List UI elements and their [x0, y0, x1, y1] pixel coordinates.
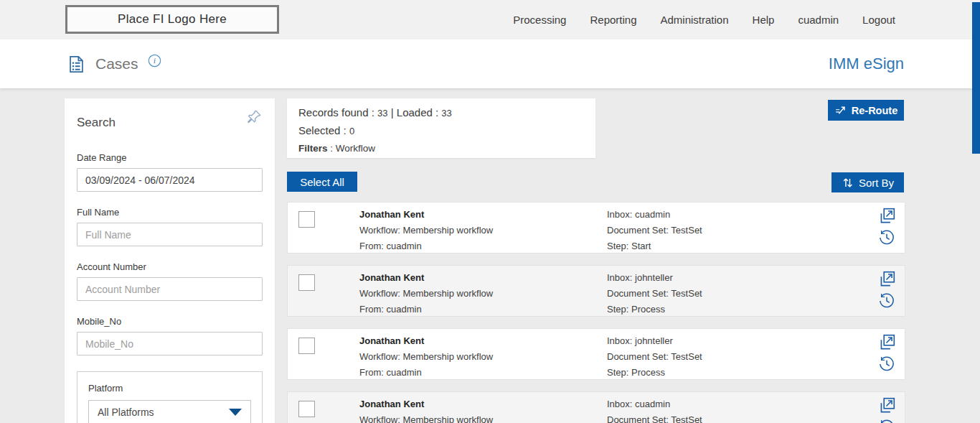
case-checkbox[interactable]	[298, 338, 315, 354]
case-workflow: Workflow: Membership workflow	[359, 412, 493, 423]
open-case-external-link-icon[interactable]	[877, 207, 896, 226]
case-workflow: Workflow: Membership workflow	[359, 223, 493, 238]
case-row: Jonathan Kent Workflow: Membership workf…	[287, 202, 905, 254]
fi-logo-placeholder: Place FI Logo Here	[65, 5, 279, 34]
nav-item-processing[interactable]: Processing	[513, 14, 566, 26]
case-row: Jonathan Kent Workflow: Membership workf…	[287, 391, 905, 423]
case-document-set: Document Set: TestSet	[607, 286, 702, 302]
search-panel: Search Date Range Full Name Account Numb…	[65, 98, 275, 423]
case-inbox: Inbox: johnteller	[607, 333, 702, 349]
case-row: Jonathan Kent Workflow: Membership workf…	[287, 265, 905, 317]
pin-icon[interactable]	[245, 108, 263, 126]
records-found-text: Records found : 33 | Loaded : 33	[298, 104, 584, 122]
history-clock-icon[interactable]	[877, 292, 896, 310]
open-case-external-link-icon[interactable]	[877, 396, 896, 415]
date-range-input[interactable]	[77, 168, 263, 192]
open-case-external-link-icon[interactable]	[877, 270, 896, 289]
brand-title: IMM eSign	[829, 39, 904, 88]
case-list: Jonathan Kent Workflow: Membership workf…	[287, 202, 905, 423]
full-name-field: Full Name	[77, 207, 263, 246]
case-step: Step: Process	[607, 302, 702, 317]
date-range-label: Date Range	[77, 152, 263, 163]
nav-item-reporting[interactable]: Reporting	[590, 14, 636, 26]
history-clock-icon[interactable]	[877, 228, 896, 247]
case-checkbox[interactable]	[298, 274, 315, 291]
reroute-icon	[834, 104, 847, 116]
case-checkbox[interactable]	[298, 401, 315, 417]
select-all-button[interactable]: Select All	[287, 172, 357, 192]
case-document-set: Document Set: TestSet	[607, 223, 702, 238]
case-from: From: cuadmin	[359, 238, 493, 254]
full-name-input[interactable]	[77, 223, 263, 246]
nav-item-logout[interactable]: Logout	[862, 14, 895, 26]
info-icon[interactable]: i	[148, 54, 161, 68]
case-inbox: Inbox: cuadmin	[607, 207, 702, 223]
case-workflow: Workflow: Membership workflow	[359, 349, 493, 365]
case-workflow: Workflow: Membership workflow	[359, 286, 493, 302]
case-name: Jonathan Kent	[359, 396, 493, 412]
account-number-field: Account Number	[77, 261, 263, 301]
sort-by-button[interactable]: Sort By	[831, 172, 904, 192]
case-name: Jonathan Kent	[359, 270, 493, 286]
mobile-no-label: Mobile_No	[77, 316, 263, 327]
history-clock-icon[interactable]	[877, 355, 896, 373]
case-inbox: Inbox: cuadmin	[607, 396, 702, 412]
case-from: From: cuadmin	[359, 302, 493, 317]
case-step: Step: Process	[607, 365, 702, 381]
case-name: Jonathan Kent	[359, 333, 493, 349]
nav-item-cuadmin[interactable]: cuadmin	[798, 14, 839, 26]
full-name-label: Full Name	[77, 207, 263, 218]
mobile-no-input[interactable]	[77, 332, 263, 355]
case-document-set: Document Set: TestSet	[607, 412, 702, 423]
case-step: Step: Start	[607, 238, 702, 254]
case-inbox: Inbox: johnteller	[607, 270, 702, 286]
account-number-input[interactable]	[77, 277, 263, 301]
page-scrollbar-thumb[interactable]	[972, 2, 980, 154]
nav-item-help[interactable]: Help	[753, 14, 775, 26]
case-document-set: Document Set: TestSet	[607, 349, 702, 365]
open-case-external-link-icon[interactable]	[877, 333, 896, 352]
reroute-button[interactable]: Re-Route	[828, 100, 904, 121]
account-number-label: Account Number	[77, 261, 263, 272]
case-name: Jonathan Kent	[359, 207, 493, 223]
platform-group: Platform All Platforms	[77, 371, 263, 423]
case-checkbox[interactable]	[298, 211, 315, 228]
case-from: From: cuadmin	[359, 365, 493, 381]
filters-text: Filters : Workflow	[298, 140, 584, 157]
search-title: Search	[77, 108, 116, 130]
page-header: Cases i IMM eSign	[0, 39, 980, 88]
svg-text:i: i	[154, 57, 156, 65]
summary-card: Records found : 33 | Loaded : 33 Selecte…	[287, 98, 595, 158]
case-row: Jonathan Kent Workflow: Membership workf…	[287, 328, 905, 380]
platform-label: Platform	[88, 383, 251, 394]
platform-selected-value: All Platforms	[98, 406, 154, 418]
main-nav: ProcessingReportingAdministrationHelpcua…	[513, 0, 895, 39]
nav-item-administration[interactable]: Administration	[661, 14, 729, 26]
platform-select[interactable]: All Platforms	[88, 400, 251, 423]
page-title: Cases	[95, 55, 138, 73]
sort-icon	[842, 177, 854, 189]
chevron-down-icon	[229, 409, 242, 416]
topbar: Place FI Logo Here ProcessingReportingAd…	[0, 0, 980, 39]
cases-icon	[67, 55, 86, 74]
history-clock-icon[interactable]	[877, 418, 896, 423]
selected-text: Selected : 0	[298, 122, 584, 140]
date-range-field: Date Range	[77, 152, 263, 192]
mobile-no-field: Mobile_No	[77, 316, 263, 355]
